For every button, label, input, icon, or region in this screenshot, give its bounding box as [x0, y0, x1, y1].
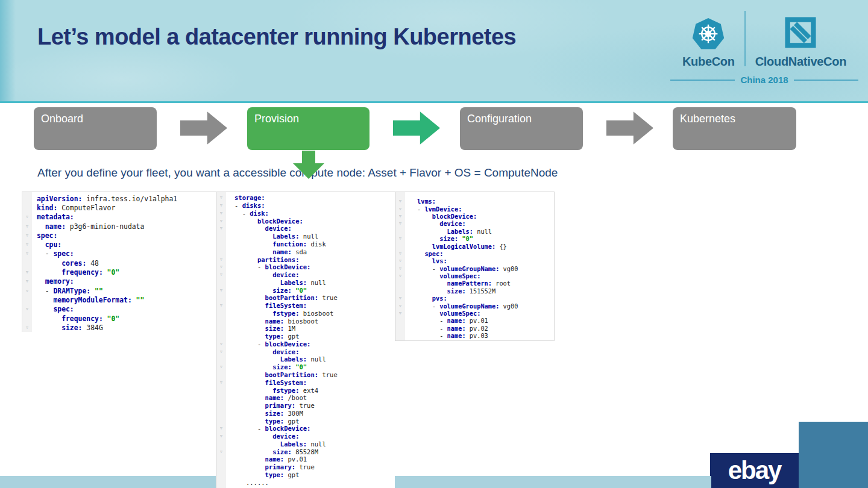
code-line: - name: pv.01: [395, 317, 554, 324]
code-line: ▿- disks:: [216, 202, 395, 210]
fold-marker-icon: ▿: [22, 233, 32, 238]
fold-marker-icon: ▿: [22, 214, 32, 219]
fold-marker-icon: ▿: [22, 307, 32, 311]
code-line: memoryModuleFormat: "": [22, 295, 216, 304]
fold-marker-icon: ▿: [216, 211, 226, 216]
fold-marker-icon: ▿: [22, 279, 32, 284]
code-line: ▿ spec:: [22, 305, 216, 314]
code-line: ▿metadata:: [22, 213, 216, 222]
code-line: bootPartition: true: [216, 371, 395, 379]
code-line: ▿ size: 85528M: [216, 448, 395, 455]
event-name: China 2018: [740, 75, 788, 85]
code-line: name: biosboot: [216, 317, 395, 325]
fold-marker-icon: ▿: [395, 199, 405, 204]
code-line: ▿ - volumeGroupName: vg00: [395, 265, 554, 272]
code-line: - name: pv.03: [395, 332, 554, 339]
flow-arrow-right-icon: [180, 111, 227, 145]
code-line: ▿ partitions:: [216, 255, 395, 263]
code-line: ▿spec:: [22, 231, 216, 240]
code-line: ▿ - blockDevice:: [216, 425, 395, 433]
fold-marker-icon: ▿: [395, 311, 405, 316]
code-line: ▿ name: p3g6-minion-nudata: [22, 222, 216, 231]
event-rule-left: [670, 80, 735, 81]
code-line: primary: true: [216, 402, 395, 410]
kubecon-wheel-icon: [691, 17, 726, 51]
fold-marker-icon: ▿: [216, 434, 226, 439]
code-line: ▿ device:: [216, 348, 395, 355]
footer-accent-box: [799, 422, 868, 488]
code-line: ▿ - spec:: [22, 249, 216, 258]
fold-marker-icon: ▿: [216, 364, 226, 369]
code-line: bootPartition: true: [216, 294, 395, 302]
fold-marker-icon: ▿: [22, 251, 32, 256]
flow-step-onboard: Onboard: [34, 107, 157, 150]
fold-marker-icon: ▿: [395, 214, 405, 219]
code-line: Labels: null: [216, 233, 395, 240]
code-line: ▿ blockDevice:: [395, 213, 554, 220]
code-line: ▿storage:: [216, 194, 395, 202]
code-line: ▿ - blockDevice:: [216, 263, 395, 271]
code-line: ▿ memory:: [22, 277, 216, 286]
code-line: size: 1M: [216, 325, 395, 333]
yaml-panel-lvm: ▿lvms:▿- lvmDevice:▿ blockDevice:▿ devic…: [395, 192, 555, 341]
fold-marker-icon: ▿: [22, 289, 32, 293]
fold-marker-icon: ▿: [216, 203, 226, 208]
code-line: ▿ cpu:: [22, 240, 216, 249]
code-line: ▿ device:: [216, 433, 395, 440]
code-line: ▿ blockDevice:: [216, 217, 395, 225]
fold-marker-icon: ▿: [395, 296, 405, 301]
code-line: ▿ device:: [216, 271, 395, 279]
code-line: ▿ pvs:: [395, 295, 554, 302]
fold-marker-icon: ▿: [395, 236, 405, 241]
code-line: ▿ - blockDevice:: [216, 340, 395, 348]
code-line: ▿ size: "0": [395, 235, 554, 242]
code-line: ▿ size: 384G: [22, 323, 216, 332]
code-line: primary: true: [216, 463, 395, 471]
code-line: frequency: "0": [22, 314, 216, 323]
fold-marker-icon: ▿: [216, 288, 226, 293]
code-line: ▿ volumeSpec:: [395, 272, 554, 280]
flow-step-label: Provision: [254, 113, 299, 125]
code-line: fstype: biosboot: [216, 309, 395, 317]
fold-marker-icon: ▿: [395, 258, 405, 263]
yaml-panel-compute-flavor: apiVersion: infra.tess.io/v1alpha1kind: …: [22, 192, 216, 332]
code-line: ▿lvms:: [395, 198, 554, 205]
header-banner: Let’s model a datacenter running Kuberne…: [0, 0, 868, 101]
fold-marker-icon: ▿: [22, 224, 32, 229]
code-line: ▿- lvmDevice:: [395, 205, 554, 212]
fold-marker-icon: ▿: [395, 274, 405, 278]
code-line: type: gpt: [216, 417, 395, 425]
logo-divider: [744, 11, 746, 66]
flow-step-configuration: Configuration: [460, 107, 583, 150]
flow-arrow-right-icon: [393, 111, 440, 145]
code-line: ▿ device:: [395, 220, 554, 227]
code-line: size: 300M: [216, 409, 395, 417]
code-line: size: 151552M: [395, 287, 554, 295]
fold-marker-icon: ▿: [395, 266, 405, 271]
ebay-logo-text: ebay: [728, 458, 781, 483]
fold-marker-icon: ▿: [395, 221, 405, 226]
code-line: ▿ fileSystem:: [216, 302, 395, 310]
kubecon-label: KubeCon: [682, 55, 735, 69]
code-line: Labels: null: [216, 440, 395, 448]
code-line: apiVersion: infra.tess.io/v1alpha1: [22, 194, 216, 203]
code-line: Labels: null: [216, 355, 395, 363]
flow-step-kubernetes: Kubernetes: [673, 107, 796, 150]
code-line: ......: [216, 478, 395, 486]
code-line: function: disk: [216, 240, 395, 248]
fold-marker-icon: ▿: [22, 242, 32, 247]
flow-arrow-right-icon: [606, 111, 653, 145]
fold-marker-icon: ▿: [395, 304, 405, 308]
fold-marker-icon: ▿: [216, 195, 226, 200]
flow-step-provision: Provision: [247, 107, 370, 150]
fold-marker-icon: ▿: [216, 426, 226, 431]
cloudnativecon-square-icon: [785, 17, 816, 48]
fold-marker-icon: ▿: [216, 303, 226, 308]
code-line: ▿ - disk:: [216, 210, 395, 217]
code-line: ▿ size: "0": [216, 363, 395, 371]
flow-step-label: Kubernetes: [680, 113, 735, 125]
fold-marker-icon: ▿: [216, 219, 226, 224]
fold-marker-icon: ▿: [216, 272, 226, 277]
code-line: ▿ volumeSpec:: [395, 310, 554, 317]
code-line: ▿ fileSystem:: [216, 378, 395, 386]
